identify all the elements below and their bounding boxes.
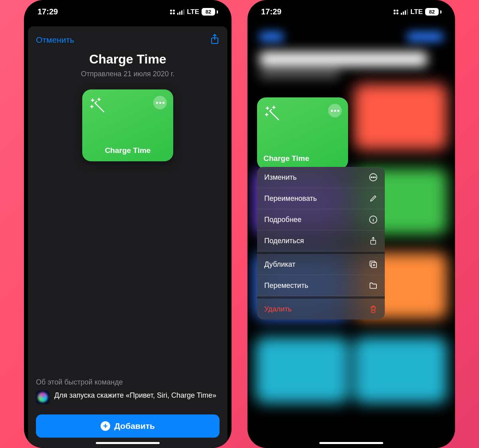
pencil-icon xyxy=(369,194,378,203)
context-menu-label: Переименовать xyxy=(264,194,317,203)
add-button[interactable]: + Добавить xyxy=(36,414,220,438)
cancel-button[interactable]: Отменить xyxy=(36,35,74,45)
context-menu-label: Удалить xyxy=(264,305,292,313)
share-button[interactable] xyxy=(210,34,220,46)
trash-icon xyxy=(369,305,378,313)
siri-icon xyxy=(36,391,49,404)
battery-icon: 82 xyxy=(202,8,215,16)
shortcut-tile[interactable]: Charge Time xyxy=(82,89,173,161)
signal-icon xyxy=(177,9,184,15)
wand-icon xyxy=(89,96,105,112)
tile-more-button[interactable] xyxy=(153,96,167,109)
status-bar: 17:29 LTE 82 xyxy=(24,0,232,20)
tile-label: Charge Time xyxy=(263,154,342,163)
phone-left: 17:29 LTE 82 Отменить Charge Time Отправ… xyxy=(24,0,232,448)
context-menu-label: Переместить xyxy=(264,281,308,290)
tile-label: Charge Time xyxy=(89,146,167,155)
wand-icon xyxy=(263,104,279,120)
context-menu-item[interactable]: Изменить xyxy=(257,167,385,188)
status-right: LTE 82 xyxy=(170,8,218,16)
svg-point-4 xyxy=(374,177,375,178)
share-icon xyxy=(369,236,378,245)
sheet-title: Charge Time xyxy=(36,52,220,67)
siri-hint-row: Для запуска скажите «Привет, Siri, Charg… xyxy=(36,391,220,404)
folder-icon xyxy=(369,281,378,290)
svg-point-2 xyxy=(371,177,372,178)
context-menu: ИзменитьПереименоватьПодробнееПоделиться… xyxy=(257,167,385,319)
phone-right: 17:29 LTE 82 Charge Time xyxy=(247,0,455,448)
context-menu-item[interactable]: Поделиться xyxy=(257,230,385,252)
sheet-subtitle: Отправлена 21 июля 2020 г. xyxy=(36,70,220,78)
context-menu-label: Изменить xyxy=(264,173,297,182)
home-indicator[interactable] xyxy=(319,442,383,444)
svg-point-3 xyxy=(373,177,374,178)
info-icon xyxy=(369,215,378,224)
plus-icon: + xyxy=(101,421,110,431)
context-menu-label: Дубликат xyxy=(264,260,295,269)
context-menu-item[interactable]: Подробнее xyxy=(257,209,385,230)
shortcut-sheet: Отменить Charge Time Отправлена 21 июля … xyxy=(28,26,228,448)
more-circle-icon xyxy=(369,173,378,182)
context-menu-label: Поделиться xyxy=(264,237,304,245)
context-menu-item[interactable]: Переименовать xyxy=(257,188,385,209)
tile-more-button[interactable] xyxy=(328,104,342,117)
duplicate-icon xyxy=(369,260,378,269)
add-button-label: Добавить xyxy=(114,421,155,431)
context-menu-item[interactable]: Удалить xyxy=(257,296,385,319)
siri-hint-text: Для запуска скажите «Привет, Siri, Charg… xyxy=(54,391,216,400)
status-time: 17:29 xyxy=(38,7,58,16)
about-heading: Об этой быстрой команде xyxy=(36,378,220,387)
context-menu-item[interactable]: Дубликат xyxy=(257,252,385,275)
shortcut-tile[interactable]: Charge Time xyxy=(257,97,348,169)
context-menu-label: Подробнее xyxy=(264,216,301,224)
network-label: LTE xyxy=(187,8,199,16)
dual-sim-icon xyxy=(170,10,175,14)
context-menu-item[interactable]: Переместить xyxy=(257,275,385,296)
home-indicator[interactable] xyxy=(96,442,160,444)
